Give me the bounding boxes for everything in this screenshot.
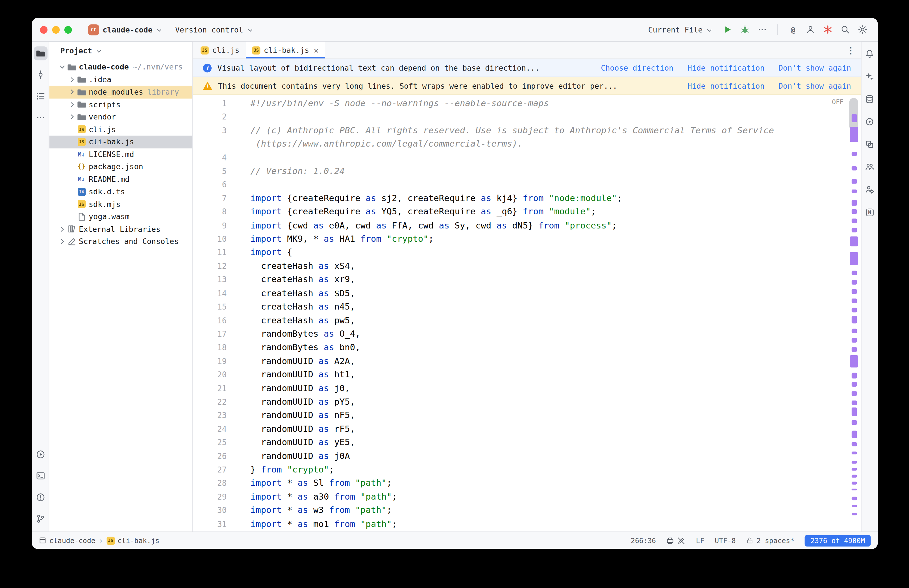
line-number[interactable]: [193, 137, 226, 151]
printer-icon[interactable]: [666, 536, 675, 544]
caret-position-widget[interactable]: 266:36: [631, 536, 656, 544]
project-folder-icon[interactable]: [33, 46, 47, 60]
banner-action-link[interactable]: Choose direction: [601, 63, 673, 72]
code-line[interactable]: #!/usr/bin/env -S node --no-warnings --e…: [250, 97, 847, 110]
code-line[interactable]: // (c) Anthropic PBC. All rights reserve…: [250, 124, 847, 137]
line-number[interactable]: 15: [193, 300, 226, 314]
tree-item-claude-code[interactable]: claude-code~/.nvm/vers: [49, 61, 192, 73]
maven-icon[interactable]: M: [863, 205, 877, 219]
code-line[interactable]: randomUUID as yE5,: [250, 436, 847, 450]
line-number[interactable]: 9: [193, 219, 226, 233]
line-number[interactable]: 17: [193, 327, 226, 341]
code-line[interactable]: import * as a30 from "path";: [250, 490, 847, 504]
line-number[interactable]: 6: [193, 178, 226, 192]
line-number[interactable]: 23: [193, 409, 226, 423]
code-line[interactable]: import {: [250, 246, 847, 260]
editor-tab-cli-bak.js[interactable]: JScli-bak.js×: [246, 42, 325, 59]
line-number[interactable]: 24: [193, 423, 226, 436]
settings-icon[interactable]: [856, 23, 869, 36]
line-separator-widget[interactable]: LF: [696, 536, 704, 544]
code-line[interactable]: randomUUID as rF5,: [250, 423, 847, 436]
code-line[interactable]: createHash as xr9,: [250, 273, 847, 287]
code-line[interactable]: [250, 151, 847, 165]
line-number[interactable]: 11: [193, 246, 226, 260]
banner-action-link[interactable]: Don't show again: [778, 81, 851, 90]
structure-icon[interactable]: [33, 89, 47, 103]
coverage-icon[interactable]: [863, 115, 877, 129]
tree-item-yoga.wasm[interactable]: yoga.wasm: [49, 210, 192, 223]
line-number[interactable]: 4: [193, 151, 226, 165]
debug-icon[interactable]: [738, 23, 752, 36]
tree-item-LICENSE.md[interactable]: M↓LICENSE.md: [49, 148, 192, 160]
tree-item-node_modules[interactable]: node_moduleslibrary: [49, 86, 192, 98]
editor-gutter[interactable]: 1234567891011121314151617181920212223242…: [193, 97, 250, 531]
banner-action-link[interactable]: Don't show again: [778, 63, 851, 72]
code-line[interactable]: randomUUID as A2A,: [250, 354, 847, 368]
commit-icon[interactable]: [33, 68, 47, 82]
vcs-widget[interactable]: Version control: [172, 23, 257, 36]
chevron-right-icon[interactable]: [57, 225, 67, 233]
window-close-button[interactable]: [40, 26, 48, 33]
run-icon[interactable]: [720, 23, 735, 36]
banner-action-link[interactable]: Hide notification: [687, 63, 764, 72]
line-number[interactable]: 30: [193, 504, 226, 517]
project-panel-header[interactable]: Project: [49, 42, 192, 59]
terminal-icon[interactable]: [33, 469, 47, 483]
more-icon[interactable]: [33, 111, 47, 124]
code-line[interactable]: createHash as pw5,: [250, 314, 847, 327]
chevron-right-icon[interactable]: [57, 238, 67, 246]
editor-tab-cli.js[interactable]: JScli.js: [194, 42, 246, 59]
chevron-right-icon[interactable]: [67, 76, 77, 83]
code-line[interactable]: import * as Sl from "path";: [250, 477, 847, 490]
code-line[interactable]: randomBytes as bn0,: [250, 341, 847, 354]
problems-icon[interactable]: [33, 490, 47, 504]
line-number[interactable]: 25: [193, 436, 226, 450]
tree-item-sdk.mjs[interactable]: JSsdk.mjs: [49, 198, 192, 210]
line-number[interactable]: 29: [193, 490, 226, 504]
code-line[interactable]: [250, 178, 847, 192]
tree-item-cli-bak.js[interactable]: JScli-bak.js: [49, 136, 192, 148]
line-number[interactable]: 16: [193, 314, 226, 327]
line-number[interactable]: 18: [193, 341, 226, 354]
window-zoom-button[interactable]: [65, 26, 72, 33]
breadcrumb-item[interactable]: JScli-bak.js: [107, 536, 159, 544]
tree-item-Scratches and Consoles[interactable]: Scratches and Consoles: [49, 235, 192, 248]
code-viewport[interactable]: #!/usr/bin/env -S node --no-warnings --e…: [250, 97, 847, 531]
user-icon[interactable]: [803, 23, 817, 36]
editor[interactable]: 1234567891011121314151617181920212223242…: [193, 95, 861, 531]
code-line[interactable]: createHash as $D5,: [250, 287, 847, 300]
code-line[interactable]: randomUUID as j0,: [250, 382, 847, 396]
code-line[interactable]: createHash as n45,: [250, 300, 847, 314]
tab-options-icon[interactable]: ⋮: [846, 45, 855, 55]
code-line[interactable]: randomBytes as O_4,: [250, 327, 847, 341]
titlebar[interactable]: CC claude-code Version control Current F…: [32, 18, 878, 42]
line-number[interactable]: 12: [193, 260, 226, 273]
tree-item-.idea[interactable]: .idea: [49, 73, 192, 86]
hot-asterisk-icon[interactable]: [821, 23, 835, 36]
plugins-icon[interactable]: [863, 137, 877, 151]
line-number[interactable]: 3: [193, 124, 226, 137]
line-number[interactable]: 22: [193, 396, 226, 409]
tree-item-README.md[interactable]: M↓README.md: [49, 173, 192, 186]
code-line[interactable]: randomUUID as j0A: [250, 450, 847, 463]
notifications-icon[interactable]: [863, 47, 877, 61]
code-line[interactable]: randomUUID as nF5,: [250, 409, 847, 423]
banner-action-link[interactable]: Hide notification: [687, 81, 764, 90]
code-line[interactable]: // Version: 1.0.24: [250, 165, 847, 178]
line-number[interactable]: 27: [193, 463, 226, 477]
code-line[interactable]: import MK9, * as HA1 from "crypto";: [250, 233, 847, 246]
indent-widget[interactable]: 2 spaces*: [746, 536, 794, 544]
breadcrumb-item[interactable]: claude-code: [39, 536, 95, 544]
memory-indicator[interactable]: 2376 of 4900M: [805, 535, 871, 546]
more-icon[interactable]: [755, 23, 769, 36]
line-number[interactable]: 5: [193, 165, 226, 178]
search-everywhere-icon[interactable]: [838, 23, 852, 36]
version-control-branch-icon[interactable]: [33, 512, 47, 526]
line-number[interactable]: 8: [193, 205, 226, 219]
line-number[interactable]: 1: [193, 97, 226, 110]
line-number[interactable]: 26: [193, 450, 226, 463]
code-line[interactable]: } from "crypto";: [250, 463, 847, 477]
line-number[interactable]: 19: [193, 354, 226, 368]
code-line[interactable]: import {cwd as e0A, cwd as FfA, cwd as S…: [250, 219, 847, 233]
line-number[interactable]: 21: [193, 382, 226, 396]
